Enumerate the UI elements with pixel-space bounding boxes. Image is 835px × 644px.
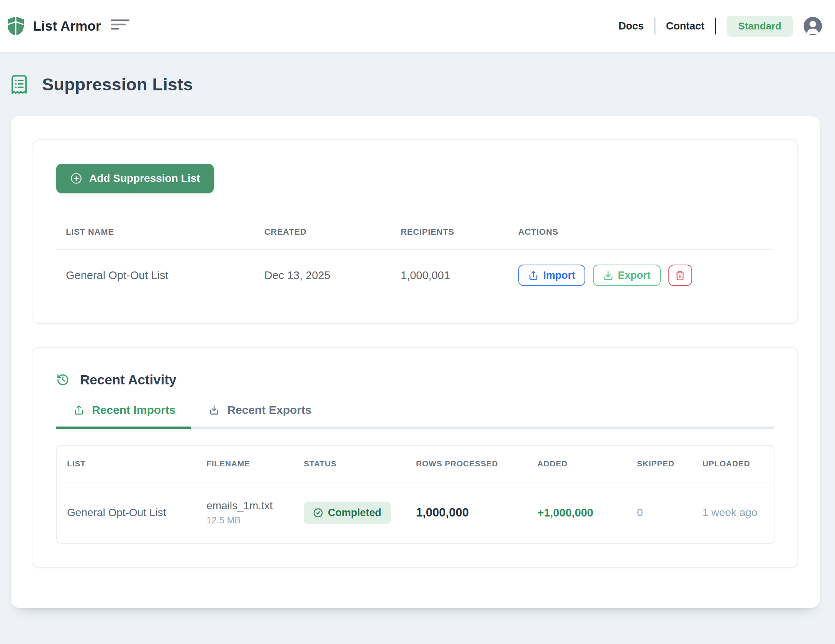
recipients-cell: 1,000,001	[391, 269, 509, 282]
download-icon	[603, 270, 613, 281]
uploaded-cell: 1 week ago	[693, 507, 774, 519]
brand-name: List Armor	[33, 18, 101, 34]
top-nav-links: Docs Contact Standard	[619, 16, 822, 37]
col-uploaded: UPLOADED	[693, 459, 774, 468]
col-filename: FILENAME	[196, 459, 294, 468]
page-title-row: Suppression Lists	[11, 75, 824, 95]
tab-recent-exports-label: Recent Exports	[227, 404, 311, 417]
list-cell: General Opt-Out List	[57, 507, 196, 519]
col-list: LIST	[57, 459, 196, 468]
page-title: Suppression Lists	[42, 75, 193, 95]
suppression-lists-card: Add Suppression List LIST NAME CREATED R…	[33, 139, 798, 324]
nav-divider	[655, 18, 655, 34]
actions-cell: Import Export	[509, 265, 774, 286]
content-card: Add Suppression List LIST NAME CREATED R…	[11, 116, 820, 608]
import-label: Import	[543, 270, 575, 281]
tab-recent-exports[interactable]: Recent Exports	[192, 404, 327, 429]
file-name: emails_1m.txt	[206, 500, 294, 512]
recent-imports-table: LIST FILENAME STATUS ROWS PROCESSED ADDE…	[56, 445, 774, 544]
main-content: Suppression Lists Add Suppression List L…	[0, 52, 835, 608]
history-icon	[56, 373, 69, 386]
check-circle-icon	[313, 508, 323, 518]
tab-recent-imports[interactable]: Recent Imports	[56, 404, 191, 429]
col-created: CREATED	[255, 227, 391, 237]
add-suppression-list-button[interactable]: Add Suppression List	[56, 164, 214, 193]
file-size: 12.5 MB	[206, 515, 294, 526]
tab-recent-imports-label: Recent Imports	[92, 404, 175, 417]
top-nav: List Armor Docs Contact Standard	[0, 0, 835, 52]
col-status: STATUS	[294, 459, 406, 468]
col-added: ADDED	[527, 459, 627, 468]
col-skipped: SKIPPED	[627, 459, 693, 468]
nav-contact-link[interactable]: Contact	[666, 20, 705, 32]
status-cell: Completed	[294, 502, 406, 524]
add-suppression-list-label: Add Suppression List	[89, 172, 200, 185]
list-name-cell: General Opt-Out List	[56, 269, 255, 282]
status-badge: Completed	[304, 502, 391, 524]
added-cell: +1,000,000	[527, 507, 627, 519]
trash-icon	[675, 270, 685, 281]
export-button[interactable]: Export	[593, 265, 661, 286]
nav-divider	[715, 18, 716, 34]
import-button[interactable]: Import	[518, 265, 585, 286]
table-row: General Opt-Out List Dec 13, 2025 1,000,…	[56, 250, 774, 301]
col-actions: ACTIONS	[509, 227, 774, 237]
status-label: Completed	[328, 507, 381, 519]
plus-circle-icon	[70, 172, 82, 185]
recent-activity-heading: Recent Activity	[56, 372, 774, 387]
plan-badge: Standard	[727, 16, 793, 37]
upload-icon	[74, 405, 84, 415]
table-header-row: LIST FILENAME STATUS ROWS PROCESSED ADDE…	[57, 446, 774, 482]
page: List Armor Docs Contact Standard	[0, 0, 835, 644]
download-icon	[209, 405, 219, 415]
brand: List Armor	[6, 16, 129, 36]
export-label: Export	[618, 270, 651, 281]
suppression-lists-table: LIST NAME CREATED RECIPIENTS ACTIONS Gen…	[56, 215, 774, 301]
created-cell: Dec 13, 2025	[255, 269, 391, 282]
user-avatar[interactable]	[804, 17, 822, 35]
sort-lines-icon	[111, 19, 129, 31]
upload-icon	[528, 270, 539, 281]
suppression-lists-icon	[11, 75, 28, 95]
activity-tabs: Recent Imports Recent Exports	[56, 404, 774, 429]
rows-processed-cell: 1,000,000	[406, 506, 527, 520]
table-row: General Opt-Out List emails_1m.txt 12.5 …	[57, 482, 774, 543]
skipped-cell: 0	[627, 507, 693, 519]
recent-activity-card: Recent Activity Recent Imports	[33, 347, 798, 568]
nav-docs-link[interactable]: Docs	[619, 20, 644, 32]
table-header-row: LIST NAME CREATED RECIPIENTS ACTIONS	[56, 215, 774, 250]
col-rows-processed: ROWS PROCESSED	[406, 459, 527, 468]
delete-button[interactable]	[668, 265, 692, 286]
user-avatar-icon	[804, 17, 822, 35]
col-list-name: LIST NAME	[56, 227, 255, 237]
col-recipients: RECIPIENTS	[391, 227, 509, 237]
recent-activity-title: Recent Activity	[80, 372, 177, 387]
filename-cell: emails_1m.txt 12.5 MB	[196, 500, 294, 526]
shield-logo-icon	[6, 16, 25, 36]
